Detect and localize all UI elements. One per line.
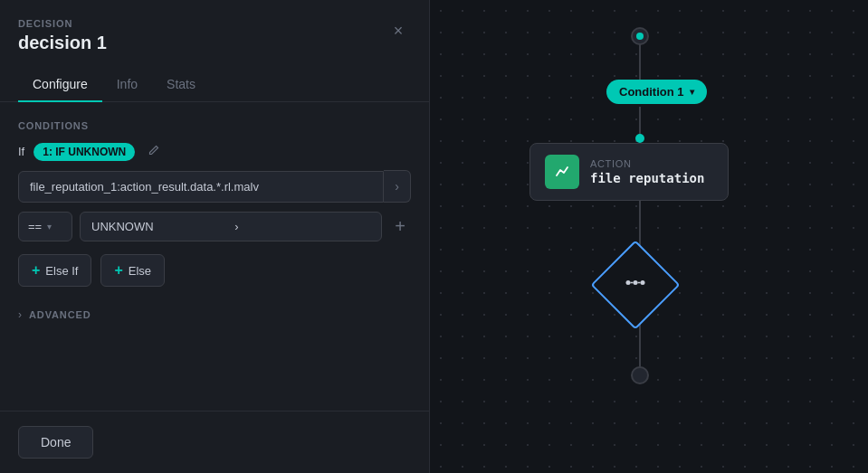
panel-label: DECISION bbox=[18, 18, 411, 29]
tab-configure[interactable]: Configure bbox=[18, 68, 102, 102]
panel-title: decision 1 bbox=[18, 33, 411, 53]
action-text: ACTION file reputation bbox=[590, 158, 704, 185]
condition-dropdown-arrow-icon: ▾ bbox=[690, 87, 694, 97]
value-input-wrapper[interactable]: UNKNOWN › bbox=[80, 212, 382, 241]
operator-label: == bbox=[28, 220, 42, 233]
left-panel: DECISION decision 1 × Configure Info Sta… bbox=[0, 0, 430, 473]
else-label: Else bbox=[129, 264, 151, 278]
done-button[interactable]: Done bbox=[18, 426, 93, 459]
condition-badge[interactable]: 1: IF UNKNOWN bbox=[33, 143, 135, 161]
svg-point-4 bbox=[626, 280, 631, 285]
operator-chevron-icon: ▾ bbox=[47, 222, 52, 232]
action-name: file reputation bbox=[590, 171, 704, 185]
panel-footer: Done bbox=[0, 411, 429, 473]
else-button[interactable]: + Else bbox=[100, 254, 165, 287]
connector-dot-1 bbox=[635, 134, 644, 143]
tab-info[interactable]: Info bbox=[102, 68, 152, 102]
bottom-connector bbox=[631, 366, 649, 384]
condition-node[interactable]: Condition 1 ▾ bbox=[606, 80, 707, 104]
action-icon bbox=[545, 155, 579, 189]
tab-stats[interactable]: Stats bbox=[152, 68, 210, 102]
field-row: file_reputation_1:action_result.data.*.r… bbox=[18, 170, 411, 203]
svg-point-6 bbox=[641, 280, 645, 285]
add-condition-button[interactable]: + bbox=[389, 213, 411, 241]
close-button[interactable]: × bbox=[386, 18, 411, 43]
tabs-bar: Configure Info Stats bbox=[0, 68, 429, 102]
condition-if-row: If 1: IF UNKNOWN bbox=[18, 142, 411, 161]
else-if-plus-icon: + bbox=[32, 262, 40, 279]
value-text: UNKNOWN bbox=[91, 220, 227, 233]
operator-select[interactable]: == ▾ bbox=[18, 212, 72, 241]
flow-lines bbox=[430, 0, 868, 473]
advanced-row[interactable]: › ADVANCED bbox=[18, 305, 411, 325]
field-input[interactable]: file_reputation_1:action_result.data.*.r… bbox=[18, 171, 384, 203]
conditions-section-label: CONDITIONS bbox=[18, 120, 411, 131]
if-label: If bbox=[18, 145, 24, 158]
else-if-label: Else If bbox=[45, 264, 78, 278]
condition-node-label: Condition 1 bbox=[619, 85, 684, 99]
top-connector-dot bbox=[636, 33, 644, 40]
advanced-label: ADVANCED bbox=[29, 309, 91, 320]
edit-condition-button[interactable] bbox=[144, 142, 164, 161]
svg-point-5 bbox=[634, 280, 638, 285]
decision-diamond[interactable] bbox=[604, 253, 667, 317]
action-node[interactable]: ACTION file reputation bbox=[529, 143, 729, 201]
else-plus-icon: + bbox=[114, 262, 122, 279]
diamond-icon bbox=[625, 276, 645, 295]
action-label: ACTION bbox=[590, 158, 704, 169]
else-if-button[interactable]: + Else If bbox=[18, 254, 91, 287]
value-arrow-icon: › bbox=[234, 220, 370, 233]
operator-row: == ▾ UNKNOWN › + bbox=[18, 212, 411, 241]
panel-body: CONDITIONS If 1: IF UNKNOWN file_reputat… bbox=[0, 102, 429, 411]
else-row: + Else If + Else bbox=[18, 254, 411, 287]
flow-canvas: Condition 1 ▾ ACTION file reputation bbox=[430, 0, 868, 473]
panel-header: DECISION decision 1 × bbox=[0, 0, 429, 68]
top-connector bbox=[631, 27, 649, 45]
field-expand-button[interactable]: › bbox=[384, 170, 411, 203]
advanced-chevron-icon: › bbox=[18, 308, 22, 321]
